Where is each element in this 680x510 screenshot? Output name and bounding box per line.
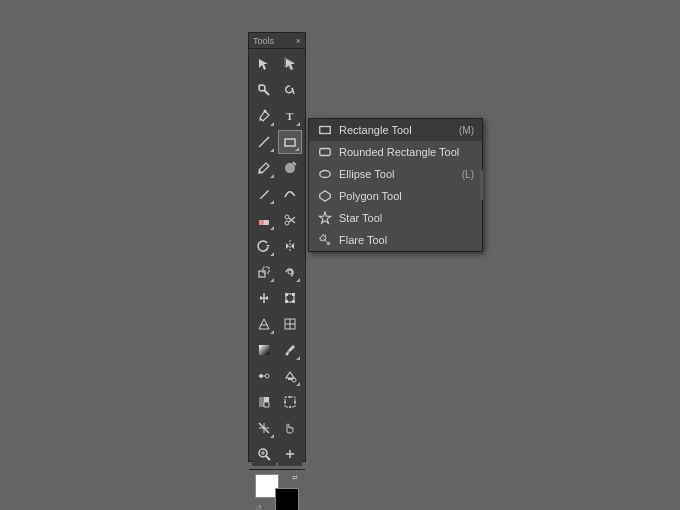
dropdown-right-indicator bbox=[480, 170, 483, 200]
tool-row-4 bbox=[251, 130, 303, 154]
tool-row-14 bbox=[251, 390, 303, 414]
misc-tool[interactable] bbox=[278, 442, 302, 466]
svg-line-27 bbox=[259, 319, 264, 329]
ellipse-tool-label: Ellipse Tool bbox=[339, 168, 456, 180]
svg-rect-34 bbox=[259, 345, 269, 355]
svg-marker-16 bbox=[266, 245, 270, 247]
blob-brush-tool[interactable] bbox=[278, 156, 302, 180]
magic-wand-tool[interactable] bbox=[252, 78, 276, 102]
ellipse-tool-shortcut: (L) bbox=[462, 169, 474, 180]
dropdown-item-rectangle-tool[interactable]: Rectangle Tool (M) bbox=[309, 119, 482, 141]
tool-row-12 bbox=[251, 338, 303, 362]
toolbar-panel: Tools × bbox=[248, 32, 306, 462]
polygon-tool-icon bbox=[317, 188, 333, 204]
svg-line-49 bbox=[266, 456, 270, 460]
line-tool[interactable] bbox=[252, 130, 276, 154]
artboard-tool[interactable] bbox=[278, 390, 302, 414]
svg-text:T: T bbox=[286, 110, 294, 122]
zoom-tool[interactable] bbox=[252, 442, 276, 466]
panel-title: Tools bbox=[253, 36, 274, 46]
scissors-tool[interactable] bbox=[278, 208, 302, 232]
reflect-tool[interactable] bbox=[278, 234, 302, 258]
tool-row-2 bbox=[251, 78, 303, 102]
svg-rect-11 bbox=[259, 220, 264, 225]
tool-row-8 bbox=[251, 234, 303, 258]
svg-line-28 bbox=[264, 319, 269, 329]
svg-point-13 bbox=[285, 221, 289, 225]
star-tool-icon bbox=[317, 210, 333, 226]
flare-tool-label: Flare Tool bbox=[339, 234, 468, 246]
pencil-tool[interactable] bbox=[252, 182, 276, 206]
dropdown-item-polygon-tool[interactable]: Polygon Tool bbox=[309, 185, 482, 207]
panel-titlebar: Tools × bbox=[249, 33, 305, 49]
svg-rect-61 bbox=[320, 127, 331, 134]
tool-row-3: T bbox=[251, 104, 303, 128]
rounded-rectangle-tool-label: Rounded Rectangle Tool bbox=[339, 146, 468, 158]
toolbar-tools: T bbox=[249, 49, 305, 469]
tool-row-5 bbox=[251, 156, 303, 180]
live-paint-selection-tool[interactable] bbox=[252, 390, 276, 414]
shape-tools-dropdown: Rectangle Tool (M) Rounded Rectangle Too… bbox=[308, 118, 483, 252]
rectangle-tool-icon bbox=[317, 122, 333, 138]
svg-rect-25 bbox=[285, 300, 288, 303]
scale-tool[interactable] bbox=[252, 260, 276, 284]
lasso-tool[interactable] bbox=[278, 78, 302, 102]
rotate-tool[interactable] bbox=[252, 234, 276, 258]
mesh-tool[interactable] bbox=[278, 312, 302, 336]
shape-tool[interactable] bbox=[278, 130, 302, 154]
tool-row-1 bbox=[251, 52, 303, 76]
tool-row-15 bbox=[251, 416, 303, 440]
swap-colors-icon[interactable]: ⇄ bbox=[291, 474, 299, 482]
dropdown-item-flare-tool[interactable]: Flare Tool bbox=[309, 229, 482, 251]
svg-line-67 bbox=[323, 238, 329, 244]
warp-tool[interactable] bbox=[278, 260, 302, 284]
eraser-tool[interactable] bbox=[252, 208, 276, 232]
svg-point-20 bbox=[288, 270, 292, 274]
svg-point-36 bbox=[259, 374, 263, 378]
svg-rect-19 bbox=[263, 267, 269, 273]
free-transform-tool[interactable] bbox=[278, 286, 302, 310]
gradient-tool[interactable] bbox=[252, 338, 276, 362]
svg-rect-26 bbox=[292, 300, 295, 303]
svg-rect-8 bbox=[285, 139, 295, 146]
type-tool[interactable]: T bbox=[278, 104, 302, 128]
svg-marker-64 bbox=[320, 191, 331, 202]
width-tool[interactable] bbox=[252, 286, 276, 310]
svg-rect-62 bbox=[320, 149, 331, 156]
slice-tool[interactable] bbox=[252, 416, 276, 440]
svg-point-12 bbox=[285, 215, 289, 219]
eyedropper-tool[interactable] bbox=[278, 338, 302, 362]
polygon-tool-label: Polygon Tool bbox=[339, 190, 468, 202]
svg-rect-18 bbox=[259, 271, 265, 277]
svg-rect-40 bbox=[285, 397, 295, 407]
tool-row-13 bbox=[251, 364, 303, 388]
ellipse-tool-icon bbox=[317, 166, 333, 182]
svg-marker-65 bbox=[319, 212, 330, 223]
paintbrush-tool[interactable] bbox=[252, 156, 276, 180]
dropdown-item-ellipse-tool[interactable]: Ellipse Tool (L) bbox=[309, 163, 482, 185]
svg-line-7 bbox=[259, 137, 269, 147]
tool-row-6 bbox=[251, 182, 303, 206]
dropdown-item-star-tool[interactable]: Star Tool bbox=[309, 207, 482, 229]
foreground-color-swatch[interactable] bbox=[275, 488, 299, 510]
svg-point-5 bbox=[264, 110, 267, 113]
reset-colors-icon[interactable]: ↺ bbox=[255, 504, 263, 510]
svg-point-35 bbox=[286, 353, 289, 356]
smooth-tool[interactable] bbox=[278, 182, 302, 206]
blend-tool[interactable] bbox=[252, 364, 276, 388]
rectangle-tool-shortcut: (M) bbox=[459, 125, 474, 136]
live-paint-bucket-tool[interactable] bbox=[278, 364, 302, 388]
tool-row-11 bbox=[251, 312, 303, 336]
dropdown-item-rounded-rectangle-tool[interactable]: Rounded Rectangle Tool bbox=[309, 141, 482, 163]
panel-close-button[interactable]: × bbox=[296, 36, 301, 46]
pen-tool[interactable] bbox=[252, 104, 276, 128]
tool-row-7 bbox=[251, 208, 303, 232]
direct-selection-tool[interactable] bbox=[278, 52, 302, 76]
perspective-grid-tool[interactable] bbox=[252, 312, 276, 336]
svg-rect-24 bbox=[292, 293, 295, 296]
rounded-rectangle-tool-icon bbox=[317, 144, 333, 160]
star-tool-label: Star Tool bbox=[339, 212, 468, 224]
svg-point-37 bbox=[265, 374, 269, 378]
hand-tool[interactable] bbox=[278, 416, 302, 440]
selection-tool[interactable] bbox=[252, 52, 276, 76]
